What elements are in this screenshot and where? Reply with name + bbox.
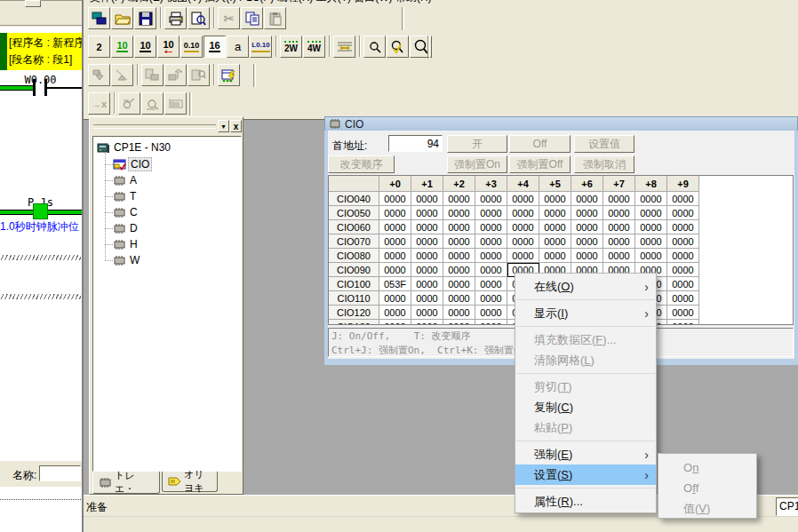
work-online-simulator-button[interactable] xyxy=(218,64,240,86)
grid-cell[interactable]: 0000 xyxy=(379,291,411,306)
grid-cell[interactable]: 0000 xyxy=(635,206,667,220)
grid-cell[interactable]: 0000 xyxy=(379,234,411,249)
tree-item-w[interactable]: W xyxy=(113,253,140,267)
grid-cell[interactable]: 0000 xyxy=(475,291,507,306)
paste-button[interactable] xyxy=(264,7,286,29)
tree-item-t[interactable]: T xyxy=(113,189,136,203)
tab-memory[interactable]: トレエ・ xyxy=(92,472,160,494)
menu-item-display[interactable]: 显示(I)› xyxy=(515,303,656,323)
ladder-scroll-widget[interactable] xyxy=(25,0,41,7)
grid-cell[interactable]: 0000 xyxy=(443,306,475,320)
differential-monitor-button[interactable]: 00 xyxy=(164,92,187,115)
ladder-area[interactable]: [程序名 : 新程序 [段名称 : 段1] W0.00 P_1s 1.0秒时钟脉… xyxy=(0,27,82,461)
grid-cell[interactable]: 0000 xyxy=(667,234,699,249)
panel-close-button[interactable]: x xyxy=(230,120,242,132)
grid-cell[interactable]: 0000 xyxy=(571,220,603,234)
zoom-fit-button[interactable] xyxy=(387,36,409,58)
grid-cell[interactable]: 0000 xyxy=(603,206,635,220)
ladder-cursor-cell[interactable] xyxy=(33,203,48,219)
grid-cell[interactable]: 0000 xyxy=(443,192,475,206)
menu-item-force[interactable]: 强制(E)› xyxy=(515,444,656,465)
grid-cell[interactable]: 0000 xyxy=(411,291,443,306)
compare-button[interactable] xyxy=(141,64,164,86)
grid-cell[interactable]: 0000 xyxy=(667,220,699,234)
grid-cell[interactable]: 0000 xyxy=(539,206,571,220)
grid-cell[interactable]: 0000 xyxy=(411,192,443,206)
copy-button[interactable] xyxy=(241,7,263,29)
grid-cell[interactable]: 0000 xyxy=(667,206,699,220)
grid-cell[interactable]: 0000 xyxy=(603,249,635,263)
grid-cell[interactable]: 0000 xyxy=(603,234,635,249)
format-text-button[interactable]: a xyxy=(227,36,249,58)
menu-item-set-on[interactable]: On xyxy=(658,457,756,478)
format-hex-button[interactable]: 16 xyxy=(203,36,226,58)
grid-cell[interactable]: 0000 xyxy=(411,220,443,234)
menubar-items[interactable]: 文件(F) 编辑(E) 视图(V) 插入(I) PLC(P) 编程(R) 工具(… xyxy=(90,0,432,4)
grid-cell[interactable]: 0000 xyxy=(667,192,699,206)
grid-cell[interactable]: 0000 xyxy=(379,249,411,263)
save-button[interactable] xyxy=(134,7,156,29)
window-title-bar[interactable]: CIO xyxy=(324,116,798,131)
tree-item-cio[interactable]: CIO xyxy=(113,157,152,171)
menu-item-clear-grid[interactable]: 清除网格(L) xyxy=(515,350,656,370)
menu-item-cut[interactable]: 剪切(T) xyxy=(515,377,656,397)
print-preview-button[interactable] xyxy=(188,7,210,29)
upload-button[interactable] xyxy=(111,64,133,86)
format-decimal-pm-button[interactable]: 10+− xyxy=(157,36,180,58)
menu-item-set-value[interactable]: 值(V) xyxy=(658,498,756,519)
start-address-input[interactable] xyxy=(388,135,443,152)
grid-cell[interactable]: 0000 xyxy=(667,291,699,306)
off-button[interactable]: Off xyxy=(509,135,571,153)
grid-cell[interactable]: 0000 xyxy=(667,263,699,277)
grid-cell[interactable]: 0000 xyxy=(411,306,443,320)
new-project-button[interactable] xyxy=(88,7,110,29)
grid-cell[interactable]: 0000 xyxy=(603,192,635,206)
grid-cell[interactable]: 0000 xyxy=(571,234,603,249)
grid-cell[interactable]: 0000 xyxy=(443,206,475,220)
grid-cell[interactable]: 0000 xyxy=(443,277,475,291)
grid-cell[interactable]: 0000 xyxy=(507,234,539,249)
monitor-button[interactable] xyxy=(118,92,140,115)
grid-cell[interactable]: 0000 xyxy=(475,192,507,206)
force-off-button[interactable]: 强制置Off xyxy=(509,155,571,173)
format-binary-button[interactable]: 2 xyxy=(88,36,110,58)
verify-button[interactable] xyxy=(188,64,210,86)
grid-cell[interactable]: 0000 xyxy=(571,192,603,206)
grid-cell[interactable]: 0000 xyxy=(539,234,571,249)
open-project-button[interactable] xyxy=(111,7,133,29)
grid-cell[interactable]: 0000 xyxy=(379,320,411,325)
menu-item-paste[interactable]: 粘贴(P) xyxy=(515,417,656,438)
grid-cell[interactable]: 0000 xyxy=(475,320,507,325)
tree-root-cp1e[interactable]: CP1E - N30 xyxy=(97,140,171,155)
menu-item-set-off[interactable]: Off xyxy=(658,478,756,498)
on-button[interactable]: 开 xyxy=(447,135,507,153)
tree-item-c[interactable]: C xyxy=(113,205,138,219)
grid-cell[interactable]: 0000 xyxy=(379,263,411,277)
grid-cell[interactable]: 0000 xyxy=(475,263,507,277)
grid-cell[interactable]: 0000 xyxy=(667,306,699,320)
grid-cell[interactable]: 0000 xyxy=(667,249,699,263)
grid-cell[interactable]: 0000 xyxy=(635,192,667,206)
menu-item-online[interactable]: 在线(O)› xyxy=(515,276,656,297)
menu-item-set[interactable]: 设置(S)› xyxy=(515,465,656,485)
grid-cell[interactable]: 0000 xyxy=(443,249,475,263)
grid-cell[interactable]: 0000 xyxy=(475,220,507,234)
format-decimal-button[interactable]: 10 xyxy=(134,36,156,58)
menu-item-fill-data-area[interactable]: 填充数据区(F)... xyxy=(515,330,656,350)
transfer-to-plc-button[interactable] xyxy=(164,64,187,86)
format-signed-decimal-button[interactable]: 10 xyxy=(111,36,133,58)
column-width-button[interactable] xyxy=(333,36,355,58)
format-long-float-button[interactable]: L0.10 xyxy=(250,36,272,58)
grid-cell[interactable]: 0000 xyxy=(379,306,411,320)
tree-item-a[interactable]: A xyxy=(113,173,137,187)
grid-cell[interactable]: 0000 xyxy=(379,206,411,220)
grid-cell[interactable]: 0000 xyxy=(443,291,475,306)
grid-cell[interactable]: 0000 xyxy=(539,192,571,206)
menu-item-copy[interactable]: 复制(C) xyxy=(515,397,656,417)
grid-cell[interactable]: 0000 xyxy=(475,234,507,249)
panel-dropdown-button[interactable]: ▼ xyxy=(218,120,229,132)
grid-cell[interactable]: 053F xyxy=(379,277,411,291)
format-float-button[interactable]: 0.10 xyxy=(180,36,203,58)
grid-cell[interactable]: 0000 xyxy=(475,206,507,220)
download-button[interactable] xyxy=(88,64,110,86)
